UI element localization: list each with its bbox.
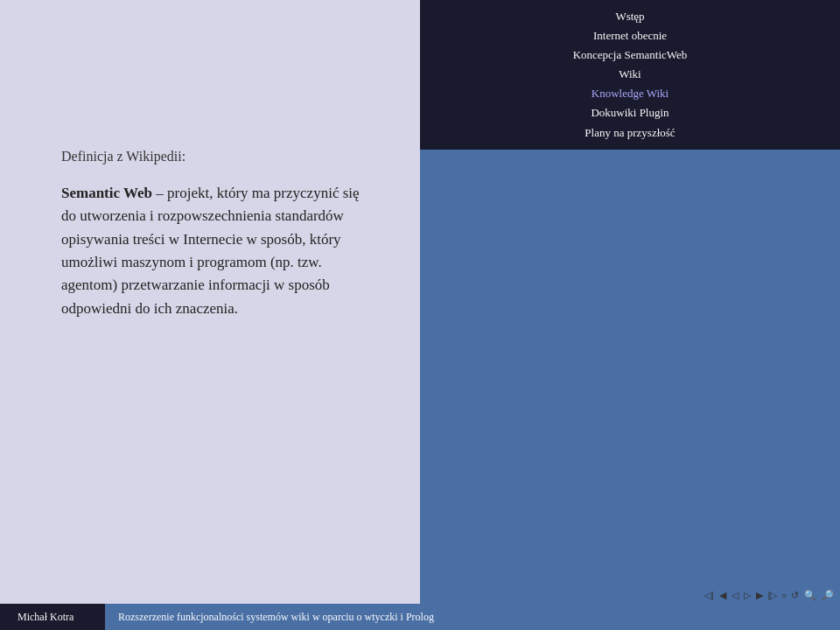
content-text: Semantic Web – projekt, który ma przyczy… [61,182,376,320]
nav-next-button[interactable]: ▶ [754,589,765,602]
slide-navigation-controls: ◁| ◀ ◁ ▷ ▶ |▷ ≡ ↺ 🔍 🔎 [703,589,836,602]
nav-item-internet[interactable]: Internet obecnie [438,26,822,46]
bottom-bar: Michał Kotra Rozszerzenie funkcjonalnośc… [0,604,840,630]
main-content-area: Definicja z Wikipedii: Semantic Web – pr… [0,96,420,355]
nav-zoom-in-button[interactable]: 🔎 [820,589,836,602]
author-label: Michał Kotra [0,611,105,624]
nav-prev-button[interactable]: ◀ [718,589,728,602]
bold-term: Semantic Web [61,185,152,201]
nav-refresh-button[interactable]: ↺ [789,589,801,602]
title-text: Rozszerzenie funkcjonalności systemów wi… [118,611,434,624]
presentation-title: Rozszerzenie funkcjonalności systemów wi… [105,604,840,630]
definition-label: Definicja z Wikipedii: [61,149,376,164]
nav-zoom-out-button[interactable]: 🔍 [802,589,818,602]
nav-item-koncepcja[interactable]: Koncepcja SemanticWeb [438,46,822,65]
nav-prev-small-button[interactable]: ◁ [730,589,740,602]
nav-item-wiki[interactable]: Wiki [438,65,822,84]
nav-item-wstep[interactable]: Wstęp [438,7,822,26]
content-body: – projekt, który ma przyczynić się do ut… [61,185,360,317]
nav-item-plany[interactable]: Plany na przyszłość [438,123,822,143]
nav-item-dokuwiki[interactable]: Dokuwiki Plugin [438,103,822,122]
nav-divider: ≡ [780,591,788,600]
nav-item-knowledge[interactable]: Knowledge Wiki [438,84,822,103]
nav-next-small-button[interactable]: ▷ [742,589,752,602]
nav-last-button[interactable]: |▷ [766,589,780,602]
top-navigation: Wstęp Internet obecnie Koncepcja Semanti… [420,0,840,150]
nav-first-button[interactable]: ◁| [703,589,716,602]
